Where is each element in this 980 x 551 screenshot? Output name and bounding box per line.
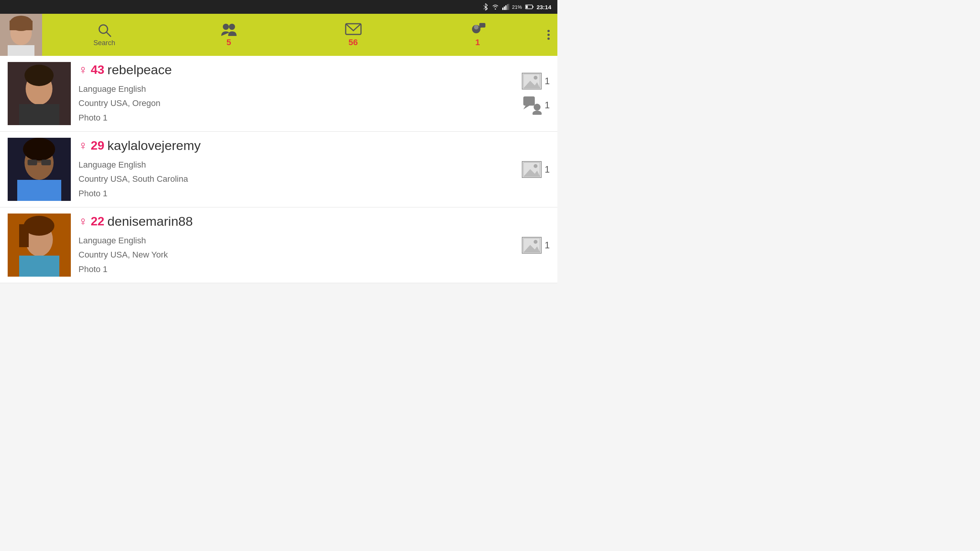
- svg-marker-29: [523, 106, 529, 109]
- svg-rect-37: [41, 160, 51, 165]
- svg-point-30: [534, 104, 541, 111]
- svg-rect-46: [19, 256, 59, 277]
- svg-rect-3: [507, 4, 508, 10]
- language-3: Language English: [78, 233, 514, 248]
- photo-icon-3: [522, 237, 542, 254]
- user-actions-1: 1 1: [522, 73, 550, 115]
- messages-badge: 56: [348, 37, 358, 47]
- gender-icon-1: ♀: [78, 63, 88, 77]
- user-item-kaylalovejeremy[interactable]: ♀ 29 kaylalovejeremy Language English Co…: [0, 132, 557, 207]
- svg-point-15: [223, 24, 229, 30]
- user-age-2: 29: [91, 139, 105, 153]
- person-chat-icon: [469, 22, 486, 36]
- user-actions-2: 1: [522, 161, 550, 178]
- username-1: rebelpeace: [108, 62, 172, 77]
- svg-point-16: [229, 24, 235, 30]
- svg-line-14: [106, 32, 111, 36]
- comment-count-1: 1: [545, 100, 550, 111]
- user-info-kayla: ♀ 29 kaylalovejeremy Language English Co…: [78, 138, 514, 201]
- svg-rect-24: [19, 104, 59, 125]
- svg-rect-12: [8, 45, 34, 56]
- svg-rect-11: [10, 21, 33, 30]
- photo-count-text-3: Photo 1: [78, 262, 514, 276]
- svg-rect-35: [17, 180, 61, 201]
- user-name-row-1: ♀ 43 rebelpeace: [78, 62, 514, 77]
- user-photo-3: [8, 214, 71, 277]
- comment-icon-1: [523, 96, 542, 115]
- mail-icon: [345, 22, 362, 36]
- country-3: Country USA, New York: [78, 248, 514, 262]
- user-photo-1: [8, 62, 71, 125]
- username-3: denisemarin88: [108, 214, 193, 229]
- user-actions-3: 1: [522, 237, 550, 254]
- user-item-rebelpeace[interactable]: ♀ 43 rebelpeace Language English Country…: [0, 56, 557, 132]
- status-icons: 21% 23:14: [482, 3, 551, 10]
- status-bar: 21% 23:14: [0, 0, 557, 14]
- svg-rect-1: [504, 7, 505, 10]
- svg-rect-2: [505, 5, 506, 10]
- app-bar: Search 5 56: [0, 14, 557, 56]
- svg-rect-36: [28, 160, 37, 165]
- svg-rect-20: [479, 23, 485, 28]
- svg-point-31: [532, 111, 542, 115]
- search-icon: [97, 23, 112, 37]
- nav-friends[interactable]: 5: [167, 14, 291, 56]
- user-name-row-2: ♀ 29 kaylalovejeremy: [78, 138, 514, 153]
- gender-icon-3: ♀: [78, 214, 88, 228]
- search-label: Search: [93, 39, 115, 47]
- user-item-denisemarin88[interactable]: ♀ 22 denisemarin88 Language English Coun…: [0, 207, 557, 283]
- svg-point-34: [23, 138, 55, 161]
- user-age-1: 43: [91, 63, 105, 77]
- user-details-2: Language English Country USA, South Caro…: [78, 158, 514, 201]
- user-details-1: Language English Country USA, Oregon Pho…: [78, 82, 514, 125]
- user-details-3: Language English Country USA, New York P…: [78, 233, 514, 276]
- svg-rect-45: [19, 224, 29, 247]
- user-list: ♀ 43 rebelpeace Language English Country…: [0, 56, 557, 283]
- nav-search[interactable]: Search: [42, 14, 167, 56]
- svg-point-48: [534, 240, 537, 244]
- nav-more[interactable]: [540, 30, 557, 40]
- nav-notifications[interactable]: 1: [415, 14, 540, 56]
- language-1: Language English: [78, 82, 514, 96]
- svg-rect-6: [532, 6, 533, 8]
- svg-rect-4: [508, 4, 509, 10]
- username-2: kaylalovejeremy: [108, 138, 201, 153]
- user-info-denise: ♀ 22 denisemarin88 Language English Coun…: [78, 214, 514, 276]
- svg-point-19: [474, 25, 479, 29]
- friends-badge: 5: [226, 37, 231, 47]
- photo-action-3[interactable]: 1: [522, 237, 550, 254]
- language-2: Language English: [78, 158, 514, 172]
- svg-rect-7: [526, 6, 528, 8]
- svg-point-40: [534, 164, 537, 168]
- country-2: Country USA, South Carolina: [78, 172, 514, 186]
- photo-icon-2: [522, 161, 542, 178]
- svg-rect-28: [523, 96, 535, 106]
- photo-count-2: 1: [545, 164, 550, 175]
- user-avatar[interactable]: [0, 14, 42, 56]
- photo-icon-1: [522, 73, 542, 90]
- svg-point-23: [24, 65, 54, 86]
- bluetooth-icon: [482, 3, 488, 10]
- battery-icon: [525, 5, 534, 9]
- gender-icon-2: ♀: [78, 139, 88, 153]
- photo-action-2[interactable]: 1: [522, 161, 550, 178]
- status-time: 23:14: [537, 4, 551, 10]
- photo-action-1[interactable]: 1: [522, 73, 550, 90]
- photo-count-1: 1: [545, 76, 550, 86]
- user-name-row-3: ♀ 22 denisemarin88: [78, 214, 514, 229]
- group-icon: [220, 22, 237, 36]
- photo-count-text-2: Photo 1: [78, 186, 514, 201]
- country-1: Country USA, Oregon: [78, 96, 514, 110]
- svg-point-26: [534, 76, 537, 80]
- photo-count-3: 1: [545, 240, 550, 251]
- more-dots-icon: [547, 30, 550, 40]
- signal-icon: [502, 4, 509, 10]
- photo-count-text-1: Photo 1: [78, 111, 514, 125]
- notifications-badge: 1: [475, 37, 480, 47]
- user-photo-2: [8, 138, 71, 201]
- comment-action-1[interactable]: 1: [523, 96, 550, 115]
- user-info-rebelpeace: ♀ 43 rebelpeace Language English Country…: [78, 62, 514, 125]
- battery-level: 21%: [512, 4, 522, 10]
- nav-bar: Search 5 56: [42, 14, 557, 56]
- nav-messages[interactable]: 56: [291, 14, 415, 56]
